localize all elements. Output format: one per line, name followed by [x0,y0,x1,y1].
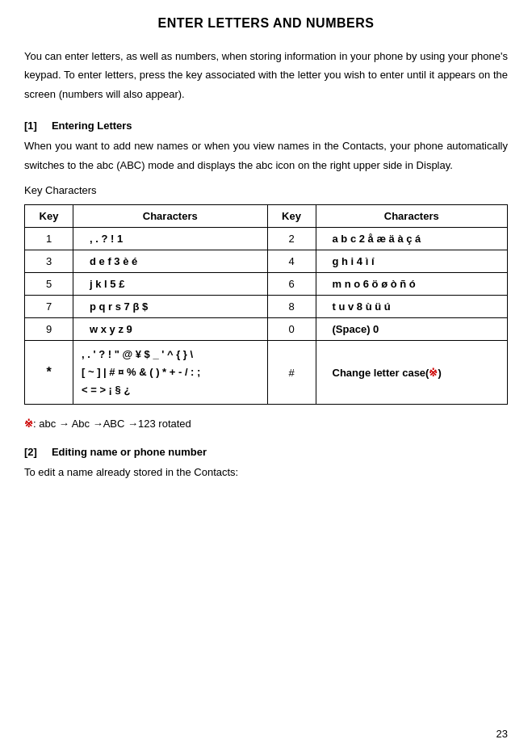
chars-cell-right: t u v 8 ù ü ú [316,295,508,317]
key-cell-left: 7 [25,295,73,317]
key-cell-right: 2 [267,227,316,250]
chars-cell-right: Change letter case(※) [316,340,508,404]
key-cell-right: 0 [267,317,316,340]
section2-heading-line: [2]Editing name or phone number [24,446,508,458]
note-content: : abc → Abc →ABC →123 rotated [33,418,191,430]
section1-heading-text: Entering Letters [52,120,132,132]
chars-cell-right: (Space) 0 [316,317,508,340]
chars-cell-left: , . ? ! 1 [73,227,268,250]
table-row: 5j k l 5 £6m n o 6 ö ø ò ñ ó [25,272,508,295]
key-cell-right: 4 [267,250,316,272]
key-characters-label: Key Characters [24,184,508,196]
table-row: *, . ' ? ! " @ ¥ $ _ ' ^ { } \ [ ~ ] | #… [25,340,508,404]
note-marker: ※ [24,418,33,430]
section1-heading-line: [1]Entering Letters [24,120,508,132]
key-characters-table: Key Characters Key Characters 1, . ? ! 1… [24,204,508,405]
section2-heading-text: Editing name or phone number [52,446,207,458]
section1-number: [1] [24,120,37,132]
chars-cell-right: g h i 4 ì í [316,250,508,272]
note-text: ※: abc → Abc →ABC →123 rotated [24,418,508,430]
page-title: ENTER LETTERS AND NUMBERS [24,16,508,31]
key-cell-left: * [25,340,73,404]
chars-cell-left: , . ' ? ! " @ ¥ $ _ ' ^ { } \ [ ~ ] | # … [73,340,268,404]
chars-cell-left: d e f 3 è é [73,250,268,272]
col-header-chars1: Characters [73,204,268,227]
chars-cell-left: j k l 5 £ [73,272,268,295]
table-row: 1, . ? ! 12a b c 2 å æ ä à ç á [25,227,508,250]
chars-cell-right: m n o 6 ö ø ò ñ ó [316,272,508,295]
col-header-key1: Key [25,204,73,227]
table-row: 7p q r s 7 β $8t u v 8 ù ü ú [25,295,508,317]
section2-body: To edit a name already stored in the Con… [24,463,508,481]
key-cell-left: 3 [25,250,73,272]
chars-cell-right: a b c 2 å æ ä à ç á [316,227,508,250]
key-cell-right: 6 [267,272,316,295]
chars-cell-left: w x y z 9 [73,317,268,340]
key-cell-left: 9 [25,317,73,340]
page-number: 23 [496,728,508,740]
col-header-key2: Key [267,204,316,227]
key-cell-left: 5 [25,272,73,295]
section2-number: [2] [24,446,37,458]
section1-body: When you want to add new names or when y… [24,136,508,174]
key-cell-right: 8 [267,295,316,317]
table-row: 3d e f 3 è é4g h i 4 ì í [25,250,508,272]
key-cell-left: 1 [25,227,73,250]
intro-paragraph: You can enter letters, as well as number… [24,47,508,103]
col-header-chars2: Characters [316,204,508,227]
key-cell-right: # [267,340,316,404]
table-row: 9w x y z 90(Space) 0 [25,317,508,340]
chars-cell-left: p q r s 7 β $ [73,295,268,317]
